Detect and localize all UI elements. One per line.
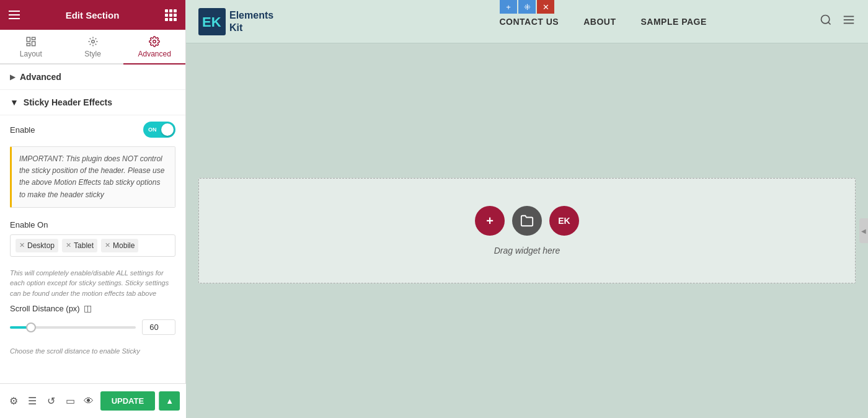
widget-grid-icon: ⁜ <box>524 2 531 12</box>
eye-icon-btn[interactable]: 👁 <box>81 392 96 411</box>
enable-field-row: Enable ON <box>0 115 185 144</box>
history-icon-btn[interactable]: ↺ <box>44 392 59 411</box>
widget-add-icon: + <box>506 2 511 12</box>
svg-point-7 <box>822 16 830 24</box>
tag-mobile-label: Mobile <box>113 241 135 250</box>
toggle-knob <box>161 123 174 136</box>
logo-name-bottom: Kit <box>229 22 273 33</box>
tag-tablet[interactable]: ✕ Tablet <box>62 239 97 252</box>
widget-close-icon: ✕ <box>542 2 549 12</box>
svg-rect-0 <box>27 37 30 42</box>
scroll-slider-thumb[interactable] <box>26 322 36 332</box>
enable-label: Enable <box>10 125 35 135</box>
svg-rect-2 <box>32 42 35 46</box>
tab-layout[interactable]: Layout <box>0 30 62 64</box>
widget-add-btn[interactable]: + <box>500 0 517 14</box>
tab-advanced-label: Advanced <box>138 50 170 58</box>
panel-tabs: Layout Style Advanced <box>0 30 185 64</box>
folder-btn[interactable] <box>512 206 542 236</box>
scroll-row <box>10 319 175 335</box>
tag-mobile-remove[interactable]: ✕ <box>105 241 110 249</box>
nav-link-contact[interactable]: CONTACT US <box>499 17 559 27</box>
svg-point-5 <box>153 40 156 43</box>
advanced-section-row[interactable]: ▶ Advanced <box>0 64 185 90</box>
svg-line-8 <box>828 22 831 25</box>
nav-search-icon[interactable] <box>820 14 832 29</box>
scroll-distance-hint: Choose the scroll distance to enable Sti… <box>0 346 185 357</box>
enable-toggle[interactable]: ON <box>143 122 175 138</box>
add-widget-btn[interactable]: + <box>475 206 505 236</box>
tab-layout-label: Layout <box>20 50 42 58</box>
widget-grid-btn[interactable]: ⁜ <box>518 0 536 14</box>
scroll-distance-text: Scroll Distance (px) <box>10 304 80 313</box>
svg-rect-3 <box>27 43 30 46</box>
left-panel: Edit Section Layout Style <box>0 0 186 418</box>
logo-icon: EK <box>198 8 226 35</box>
drag-zone: + EK Drag widget here <box>198 178 856 283</box>
toggle-on-text: ON <box>148 127 157 133</box>
drag-icons: + EK <box>475 206 579 236</box>
right-panel: + ⁜ ✕ EK Elements Kit CONTACT US ABOUT <box>186 0 868 418</box>
nav-actions <box>820 13 856 30</box>
svg-point-4 <box>91 40 94 43</box>
advanced-section-label: Advanced <box>20 72 61 82</box>
scroll-slider-track[interactable] <box>10 326 136 329</box>
hamburger-icon[interactable] <box>9 11 20 19</box>
caret-right-icon: ▶ <box>10 73 15 81</box>
logo-name-top: Elements <box>229 9 273 21</box>
update-button[interactable]: UPDATE <box>100 391 155 411</box>
widget-close-btn[interactable]: ✕ <box>537 0 554 14</box>
tag-desktop-label: Desktop <box>27 241 55 250</box>
caret-down-icon: ▼ <box>10 97 19 107</box>
enable-on-section: Enable On ✕ Desktop ✕ Tablet ✕ Mobile <box>0 215 185 264</box>
collapse-handle[interactable]: ◀ <box>859 218 868 243</box>
tag-desktop[interactable]: ✕ Desktop <box>16 239 58 252</box>
scroll-distance-label: Scroll Distance (px) ◫ <box>10 303 175 313</box>
panel-title: Edit Section <box>66 10 120 20</box>
monitor-icon: ◫ <box>84 303 92 313</box>
nav-menu-icon[interactable] <box>842 13 856 30</box>
nav-logo: EK Elements Kit <box>198 8 273 35</box>
apps-icon[interactable] <box>165 9 177 21</box>
widget-bar: + ⁜ ✕ <box>500 0 554 14</box>
ek-btn[interactable]: EK <box>549 206 579 236</box>
enable-on-label: Enable On <box>10 220 175 229</box>
nav-link-sample[interactable]: SAMPLE PAGE <box>640 17 706 27</box>
drag-text: Drag widget here <box>494 246 560 256</box>
notice-text: IMPORTANT: This plugin does NOT control … <box>19 153 167 201</box>
scroll-value-input[interactable] <box>142 319 175 335</box>
preview-nav: + ⁜ ✕ EK Elements Kit CONTACT US ABOUT <box>186 0 868 43</box>
tab-advanced[interactable]: Advanced <box>123 30 185 64</box>
notice-box: IMPORTANT: This plugin does NOT control … <box>10 146 175 208</box>
panel-header: Edit Section <box>0 0 185 30</box>
nav-link-about[interactable]: ABOUT <box>583 17 616 27</box>
scroll-distance-section: Scroll Distance (px) ◫ <box>0 298 185 342</box>
tab-style-label: Style <box>84 50 101 58</box>
panel-content: ▶ Advanced ▼ Sticky Header Effects Enabl… <box>0 64 185 418</box>
layers-icon-btn[interactable]: ☰ <box>25 392 40 411</box>
tab-style[interactable]: Style <box>62 30 124 64</box>
responsive-icon-btn[interactable]: ▭ <box>63 392 78 411</box>
tag-tablet-remove[interactable]: ✕ <box>66 241 71 249</box>
enable-on-tags-input[interactable]: ✕ Desktop ✕ Tablet ✕ Mobile <box>10 234 175 257</box>
nav-links: CONTACT US ABOUT SAMPLE PAGE <box>499 17 706 27</box>
settings-icon-btn[interactable]: ⚙ <box>6 392 21 411</box>
svg-rect-1 <box>32 37 35 40</box>
tag-tablet-label: Tablet <box>74 241 94 250</box>
tag-desktop-remove[interactable]: ✕ <box>19 241 25 249</box>
sticky-header-label: Sticky Header Effects <box>24 97 112 107</box>
tag-mobile[interactable]: ✕ Mobile <box>101 239 138 252</box>
sticky-header-section[interactable]: ▼ Sticky Header Effects <box>0 90 185 115</box>
panel-footer: ⚙ ☰ ↺ ▭ 👁 UPDATE ▲ <box>0 383 186 418</box>
update-arrow-button[interactable]: ▲ <box>159 391 180 411</box>
svg-text:EK: EK <box>202 14 221 30</box>
preview-content: + EK Drag widget here ◀ <box>186 43 868 418</box>
enable-on-hint: This will completely enable/disable ALL … <box>0 268 185 299</box>
